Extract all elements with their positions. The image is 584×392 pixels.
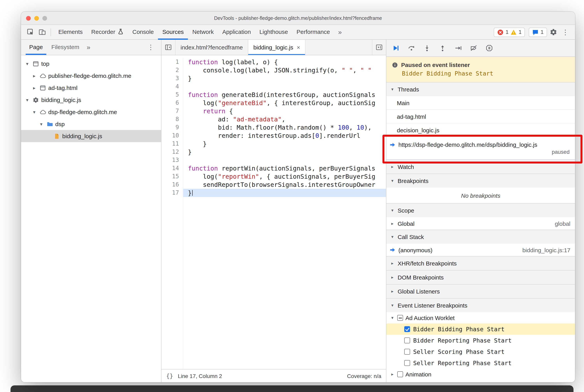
global-listeners-section-header[interactable]: ▸ Global Listeners: [386, 284, 575, 298]
zoom-window-button[interactable]: [42, 16, 47, 20]
code-line[interactable]: log("generateBid", { interestGroup, auct…: [183, 99, 386, 107]
breakpoints-section-header[interactable]: ▾ Breakpoints: [386, 174, 575, 188]
step-button[interactable]: [453, 44, 463, 53]
close-window-button[interactable]: [26, 16, 31, 20]
elb-event-bidder-reporting-phase-start[interactable]: Bidder Reporting Phase Start: [386, 335, 575, 346]
elb-event-seller-scoring-phase-start[interactable]: Seller Scoring Phase Start: [386, 346, 575, 357]
code-line[interactable]: console.log(label, JSON.stringify(o, " "…: [183, 66, 386, 74]
expander-open-icon[interactable]: ▾: [24, 97, 30, 102]
code-line[interactable]: log("reportWin", { auctionSignals, perBu…: [183, 172, 386, 180]
expander-closed-icon[interactable]: ▸: [390, 372, 395, 377]
line-number[interactable]: 9: [161, 124, 179, 132]
step-out-button[interactable]: [438, 44, 447, 53]
thread-main[interactable]: Main: [386, 96, 575, 110]
line-number[interactable]: 17: [161, 189, 179, 197]
call-stack-frame[interactable]: (anonymous) bidding_logic.js:17: [386, 244, 575, 256]
code-line[interactable]: }: [183, 189, 386, 197]
tab-lighthouse[interactable]: Lighthouse: [255, 25, 292, 40]
line-number[interactable]: 6: [161, 99, 179, 107]
navigator-tab-page[interactable]: Page: [26, 40, 46, 55]
code-line[interactable]: return {: [183, 107, 386, 115]
code-line[interactable]: sendReportTo(browserSignals.interestGrou…: [183, 180, 386, 189]
line-number[interactable]: 5: [161, 91, 179, 99]
console-messages-badge[interactable]: 1 1: [494, 28, 525, 37]
file-tree-item-ad-tag-html[interactable]: ▸ad-tag.html: [21, 82, 161, 94]
checkbox[interactable]: [404, 326, 410, 332]
editor-tab-index-html[interactable]: index.html?fencedframe: [175, 40, 248, 55]
navigator-tab-filesystem[interactable]: Filesystem: [48, 40, 83, 55]
checkbox[interactable]: [404, 360, 410, 366]
thread-ad-tag-html[interactable]: ad-tag.html: [386, 110, 575, 124]
expander-open-icon[interactable]: ▾: [31, 109, 37, 115]
line-number-gutter[interactable]: 1234567891011121314151617: [161, 58, 183, 369]
scope-section-header[interactable]: ▾ Scope: [386, 204, 575, 217]
checkbox[interactable]: [404, 349, 410, 355]
expander-open-icon[interactable]: ▾: [24, 61, 30, 66]
line-number[interactable]: 7: [161, 107, 179, 115]
resume-button[interactable]: [391, 44, 400, 53]
expander-closed-icon[interactable]: ▸: [31, 73, 37, 78]
checkbox[interactable]: [397, 371, 403, 377]
checkbox[interactable]: [397, 315, 403, 321]
code-line[interactable]: [183, 156, 386, 164]
file-tree-item-publisher-fledge-demo-glitch-me[interactable]: ▸publisher-fledge-demo.glitch.me: [21, 70, 161, 82]
dom-breakpoints-section-header[interactable]: ▸ DOM Breakpoints: [386, 270, 575, 284]
code-editor[interactable]: 1234567891011121314151617 function log(l…: [161, 55, 386, 369]
expander-closed-icon[interactable]: ▸: [31, 85, 37, 90]
line-number[interactable]: 14: [161, 164, 179, 172]
editor-tab-bidding-logic-js[interactable]: bidding_logic.js ×: [248, 40, 306, 55]
code-line[interactable]: [183, 82, 386, 91]
file-tree-item-top[interactable]: ▾top: [21, 58, 161, 70]
toggle-navigator-sidebar-button[interactable]: [161, 40, 175, 55]
expander-open-icon[interactable]: ▾: [38, 121, 44, 127]
step-over-button[interactable]: [407, 44, 416, 53]
line-number[interactable]: 11: [161, 140, 179, 148]
tab-recorder[interactable]: Recorder: [87, 25, 128, 40]
file-tree-item-dsp[interactable]: ▾dsp: [21, 118, 161, 130]
code-lines[interactable]: function log(label, o) { console.log(lab…: [183, 58, 386, 369]
tab-sources[interactable]: Sources: [158, 25, 188, 40]
pretty-print-button[interactable]: {}: [166, 372, 173, 379]
line-number[interactable]: 16: [161, 180, 179, 189]
elb-category-canvas[interactable]: ▸Canvas: [386, 380, 575, 382]
more-panels-icon[interactable]: »: [335, 28, 345, 36]
line-number[interactable]: 8: [161, 115, 179, 124]
code-line[interactable]: ad: "ad-metadata",: [183, 115, 386, 124]
elb-event-seller-reporting-phase-start[interactable]: Seller Reporting Phase Start: [386, 357, 575, 369]
expander-open-icon[interactable]: ▾: [390, 315, 395, 320]
elb-category-animation[interactable]: ▸Animation: [386, 369, 575, 380]
tab-performance[interactable]: Performance: [292, 25, 334, 40]
file-tree-item-bidding-logic-js[interactable]: bidding_logic.js: [21, 130, 161, 142]
call-stack-section-header[interactable]: ▾ Call Stack: [386, 230, 575, 244]
thread-https-dsp-fledge-demo-glitch-me-dsp-bidd[interactable]: https://dsp-fledge-demo.glitch.me/dsp/bi…: [386, 137, 575, 160]
code-line[interactable]: render: interestGroup.ads[0].renderUrl: [183, 132, 386, 140]
threads-section-header[interactable]: ▾ Threads: [386, 82, 575, 96]
tab-elements[interactable]: Elements: [54, 25, 87, 40]
step-into-button[interactable]: [422, 44, 432, 53]
tab-console[interactable]: Console: [128, 25, 158, 40]
elb-category-ad-auction-worklet[interactable]: ▾Ad Auction Worklet: [386, 312, 575, 324]
pause-on-exceptions-button[interactable]: [484, 44, 494, 53]
main-menu-icon[interactable]: ⋮: [560, 28, 571, 36]
checkbox[interactable]: [404, 338, 410, 343]
watch-section-header[interactable]: ▸ Watch: [386, 160, 575, 174]
device-toolbar-button[interactable]: [36, 27, 47, 37]
inspect-element-button[interactable]: [25, 27, 36, 37]
minimize-window-button[interactable]: [34, 16, 39, 20]
thread-decision-logic-js[interactable]: decision_logic.js: [386, 124, 575, 137]
line-number[interactable]: 3: [161, 74, 179, 82]
settings-button[interactable]: [548, 27, 559, 37]
tab-network[interactable]: Network: [188, 25, 218, 40]
toggle-debugger-sidebar-button[interactable]: [372, 40, 386, 55]
code-line[interactable]: }: [183, 74, 386, 82]
xhr-breakpoints-section-header[interactable]: ▸ XHR/fetch Breakpoints: [386, 256, 575, 270]
line-number[interactable]: 4: [161, 82, 179, 91]
code-line[interactable]: bid: Math.floor(Math.random() * 100, 10)…: [183, 124, 386, 132]
event-listener-breakpoints-section-header[interactable]: ▾ Event Listener Breakpoints: [386, 298, 575, 312]
line-number[interactable]: 15: [161, 172, 179, 180]
line-number[interactable]: 12: [161, 148, 179, 156]
elb-event-bidder-bidding-phase-start[interactable]: Bidder Bidding Phase Start: [386, 324, 575, 335]
tab-application[interactable]: Application: [218, 25, 255, 40]
code-line[interactable]: function reportWin(auctionSignals, perBu…: [183, 164, 386, 172]
line-number[interactable]: 2: [161, 66, 179, 74]
